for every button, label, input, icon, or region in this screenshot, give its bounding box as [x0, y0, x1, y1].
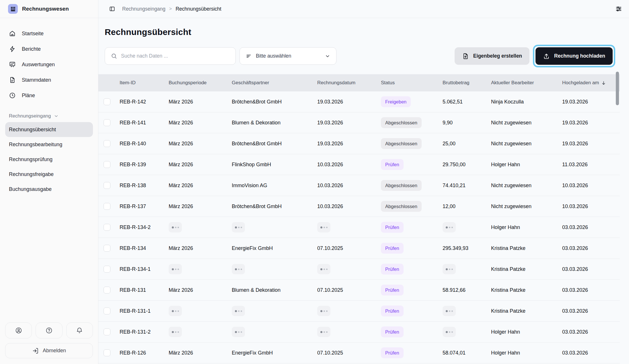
- cell-aktueller-bearbeiter: Holger Hahn: [491, 162, 562, 168]
- help-button[interactable]: [36, 322, 62, 338]
- column-header-aktueller-bearbeiter[interactable]: Aktueller Bearbeiter: [491, 80, 562, 86]
- sidebar-item-stammdaten[interactable]: Stammdaten: [5, 72, 93, 88]
- sidebar-subitem-4[interactable]: Rechnungsfreigabe: [5, 167, 93, 182]
- cell-rechnungsdatum: 10.03.2026: [317, 183, 381, 189]
- sort-desc-icon: [601, 81, 606, 85]
- cell-rechnungsdatum: 19.03.2026: [317, 99, 381, 105]
- cell-buchungsperiode: März 2026: [169, 120, 232, 126]
- row-checkbox[interactable]: [104, 287, 110, 293]
- table-row[interactable]: REB-R-141März 2026Blumen & Dekoration19.…: [98, 112, 620, 133]
- column-header-buchungsperiode[interactable]: Buchungsperiode: [169, 80, 232, 86]
- cell-buchungsperiode: [169, 327, 232, 337]
- row-checkbox-cell: [98, 98, 120, 105]
- sidebar-section-header[interactable]: Rechnungseingang: [5, 110, 93, 122]
- bolt-icon: [9, 46, 16, 52]
- table-row[interactable]: REB-R-137März 2026Brötchen&Brot GmbH10.0…: [98, 196, 620, 217]
- row-checkbox[interactable]: [104, 161, 110, 168]
- table-row[interactable]: REB-R-134-1PrüfenKristina Patzke03.03.20…: [98, 259, 620, 280]
- row-checkbox[interactable]: [104, 328, 110, 335]
- sidebar-item-label: Berichte: [22, 46, 41, 52]
- redacted-value-placeholder: [232, 222, 245, 232]
- column-header-label: Buchungsperiode: [169, 80, 207, 86]
- row-checkbox[interactable]: [104, 308, 110, 314]
- filter-lines-icon: [246, 53, 252, 59]
- cell-status: Freigeben: [381, 96, 443, 107]
- column-header-rechnungsdatum[interactable]: Rechnungsdatum: [317, 80, 381, 86]
- search-input[interactable]: [121, 53, 230, 59]
- table-row[interactable]: REB-R-134März 2026EnergieFix GmbH07.10.2…: [98, 238, 620, 259]
- column-header-hochgeladen-am[interactable]: Hochgeladen am: [562, 80, 620, 86]
- sidebar-subitem-2[interactable]: Rechnungsbearbeitung: [5, 137, 93, 152]
- table-row[interactable]: REB-R-131-2PrüfenHolger Hahn03.03.2026: [98, 322, 620, 343]
- cell-bruttobetrag: 74.410,21: [443, 183, 491, 189]
- bell-icon: [76, 327, 83, 334]
- table-row[interactable]: REB-R-140März 2026Brötchen&Brot GmbH19.0…: [98, 133, 620, 154]
- filter-select[interactable]: Bitte auswählen: [239, 47, 336, 65]
- create-receipt-button[interactable]: Eigenbeleg erstellen: [455, 47, 529, 65]
- cell-hochgeladen-am: 03.03.2026: [562, 350, 620, 356]
- table-row[interactable]: REB-R-134-2PrüfenHolger Hahn03.03.2026: [98, 217, 620, 238]
- logout-button[interactable]: Abmelden: [5, 343, 93, 358]
- vertical-scrollbar-thumb[interactable]: [616, 72, 619, 105]
- row-checkbox[interactable]: [104, 266, 110, 273]
- sidebar-subitem-1[interactable]: Rechnungsübersicht: [5, 122, 93, 137]
- main-area: Rechnungseingang > Rechnungsübersicht Re…: [98, 0, 629, 364]
- column-header-bruttobetrag[interactable]: Bruttobetrag: [443, 80, 491, 86]
- cell-item-id: REB-R-134: [120, 245, 169, 251]
- sidebar-item-berichte[interactable]: Berichte: [5, 41, 93, 57]
- table-row[interactable]: REB-R-126März 2026EnergieFix GmbH07.10.2…: [98, 343, 620, 363]
- create-receipt-label: Eigenbeleg erstellen: [473, 53, 522, 59]
- logout-icon: [32, 347, 39, 354]
- cell-aktueller-bearbeiter: Holger Hahn: [491, 224, 562, 230]
- table-row[interactable]: REB-R-138März 2026ImmoVision AG10.03.202…: [98, 175, 620, 196]
- row-checkbox[interactable]: [104, 140, 110, 147]
- row-checkbox[interactable]: [104, 98, 110, 105]
- row-checkbox[interactable]: [104, 203, 110, 210]
- person-icon: [15, 327, 22, 334]
- row-checkbox[interactable]: [104, 119, 110, 126]
- column-header-gesch-ftspartner[interactable]: Geschäftspartner: [232, 80, 317, 86]
- sidebar-item-auswertungen[interactable]: Auswertungen: [5, 57, 93, 72]
- settings-sliders-button[interactable]: [615, 5, 622, 13]
- breadcrumb-parent[interactable]: Rechnungseingang: [122, 6, 165, 12]
- table-row[interactable]: REB-R-131-1PrüfenKristina Patzke03.03.20…: [98, 301, 620, 322]
- upload-invoice-button[interactable]: Rechnung hochladen: [535, 47, 613, 65]
- row-checkbox[interactable]: [104, 245, 110, 252]
- row-checkbox[interactable]: [104, 182, 110, 189]
- column-header-item-id[interactable]: Item-ID: [120, 80, 169, 86]
- question-icon: [45, 327, 53, 334]
- sidebar-subitem-3[interactable]: Rechnungsprüfung: [5, 152, 93, 167]
- column-header-label: Status: [381, 80, 395, 86]
- cell-status: Prüfen: [381, 222, 443, 233]
- cell-buchungsperiode: [169, 222, 232, 232]
- row-checkbox[interactable]: [104, 224, 110, 231]
- row-checkbox-cell: [98, 266, 120, 273]
- row-checkbox-cell: [98, 161, 120, 168]
- redacted-value-placeholder: [169, 327, 182, 337]
- cell-item-id: REB-R-139: [120, 162, 169, 168]
- profile-button[interactable]: [5, 322, 32, 338]
- breadcrumb-separator: >: [169, 6, 172, 11]
- redacted-value-placeholder: [317, 327, 330, 337]
- invoices-table: Item-IDBuchungsperiodeGeschäftspartnerRe…: [98, 74, 620, 363]
- sidebar-item-pläne[interactable]: Pläne: [5, 88, 93, 103]
- sidebar-subitem-5[interactable]: Buchungsausgabe: [5, 182, 93, 197]
- row-checkbox-cell: [98, 203, 120, 210]
- table-row[interactable]: REB-R-139März 2026FlinkShop GmbH10.03.20…: [98, 154, 620, 175]
- table-row[interactable]: REB-R-142März 2026Brötchen&Brot GmbH19.0…: [98, 91, 620, 112]
- sidebar-item-startseite[interactable]: Startseite: [5, 26, 93, 41]
- redacted-value-placeholder: [232, 264, 245, 274]
- cell-hochgeladen-am: 03.03.2026: [562, 266, 620, 272]
- cell-buchungsperiode: März 2026: [169, 287, 232, 293]
- cell-buchungsperiode: März 2026: [169, 162, 232, 168]
- table-row[interactable]: REB-R-131März 2026Blumen & Dekoration07.…: [98, 280, 620, 301]
- row-checkbox[interactable]: [104, 349, 110, 356]
- cell-status: Abgeschlossen: [381, 117, 443, 128]
- redacted-value-placeholder: [317, 222, 330, 232]
- column-header-status[interactable]: Status: [381, 80, 443, 86]
- cell-rechnungsdatum: 07.10.2025: [317, 287, 381, 293]
- notifications-button[interactable]: [66, 322, 93, 338]
- sidebar-toggle-button[interactable]: [109, 6, 115, 12]
- search-box: [105, 47, 236, 65]
- redacted-value-placeholder: [443, 306, 456, 316]
